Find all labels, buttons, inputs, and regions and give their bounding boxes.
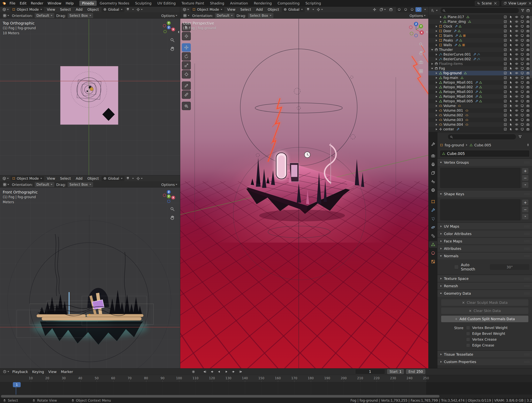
options-button[interactable]: Options [409,13,427,18]
expand-closed-icon[interactable] [435,25,438,28]
navigation-gizmo[interactable]: Z Y X [162,190,176,203]
expand-closed-icon[interactable] [435,39,438,42]
toggle-hide-icon[interactable] [515,104,518,107]
snap-settings-button[interactable] [131,177,135,180]
outliner-row-clock[interactable]: Clock [429,24,532,29]
shading-wireframe-button[interactable] [396,7,402,12]
vertex-group-specials-button[interactable] [522,182,529,188]
expand-closed-icon[interactable] [431,62,434,65]
outliner-row-retopo-mball-002[interactable]: Retopo_Mball.002 [429,85,532,89]
tool-settings-button[interactable] [2,182,10,187]
workspace-tab-rendering[interactable]: Rendering [251,0,274,6]
toggle-selectable-icon[interactable] [509,48,513,51]
toggle-selectable-icon[interactable] [509,81,513,84]
scene-selector[interactable]: Scene [475,1,499,6]
options-button[interactable]: Options [161,13,178,18]
toggle-hide-icon[interactable] [515,25,518,28]
toggle-viewport-disable-icon[interactable] [520,57,524,61]
toggle-render-disable-icon[interactable] [526,118,530,122]
timeline-menu-marker[interactable]: Marker [59,369,75,374]
panel-header-texture-space[interactable]: Texture Space :::: [437,275,532,282]
menu-help[interactable]: Help [63,1,76,6]
toggle-selectable-icon[interactable] [509,71,513,75]
viewport-menu-view[interactable]: View [225,7,238,12]
toggle-viewport-disable-icon[interactable] [520,38,524,42]
toggle-exclude-icon[interactable] [504,62,507,65]
toggle-render-disable-icon[interactable] [526,104,530,107]
checkbox-edge-crease[interactable] [466,343,470,347]
vertex-groups-list[interactable] [440,168,520,188]
toggle-exclude-icon[interactable] [504,48,507,51]
expand-closed-icon[interactable] [435,86,438,89]
remove-vertex-group-button[interactable]: − [522,175,529,181]
timeline-ruler[interactable]: 1020304050607080901001101201301401501601… [0,375,532,382]
toggle-selectable-icon[interactable] [509,57,513,61]
toggle-viewport-disable-icon[interactable] [520,71,524,75]
jump-start-button[interactable] [201,369,208,374]
toggle-hide-icon[interactable] [515,109,518,112]
toggle-exclude-icon[interactable] [504,127,507,131]
breadcrumb-object[interactable]: fog-ground [445,143,464,147]
drag-select[interactable]: Select Box [68,182,93,187]
toggle-viewport-disable-icon[interactable] [520,76,524,80]
toggle-hide-icon[interactable] [515,38,518,42]
expand-closed-icon[interactable] [435,104,438,107]
toggle-selectable-icon[interactable] [509,67,513,70]
breadcrumb-data[interactable]: Cube.005 [474,143,491,147]
toggle-exclude-icon[interactable] [504,15,507,19]
viewport-menu-select[interactable]: Select [238,7,253,12]
expand-closed-icon[interactable] [439,16,442,19]
viewport-main-canvas[interactable]: User Perspective (1) Fog | fog-ground Z … [180,19,429,369]
toggle-render-disable-icon[interactable] [526,62,530,65]
toggle-viewport-disable-icon[interactable] [520,34,524,38]
snap-toggle-button[interactable] [305,7,311,12]
toggle-selectable-icon[interactable] [509,109,513,112]
outliner-row-retopo-mball-005[interactable]: Retopo_Mball.005 [429,99,532,103]
orientation-select[interactable]: Default [35,182,55,187]
toggle-hide-icon[interactable] [515,57,518,61]
expand-closed-icon[interactable] [435,72,438,75]
workspace-tab-uv-editing[interactable]: UV Editing [155,0,178,6]
tool-move-button[interactable] [182,43,191,52]
toggle-viewport-disable-icon[interactable] [520,109,524,112]
viewport-front-canvas[interactable]: Front Orthographic (1) Fog | fog-ground … [0,188,180,369]
toggle-viewport-disable-icon[interactable] [520,67,524,70]
prev-keyframe-button[interactable] [209,369,215,374]
expand-closed-icon[interactable] [435,119,438,121]
properties-tab-particles[interactable] [429,215,437,222]
toggle-selectable-icon[interactable] [509,20,513,23]
panel-header-geometry-data[interactable]: Geometry Data :::: [437,290,532,297]
zoom-icon[interactable] [170,38,175,43]
show-overlays-button[interactable] [379,7,387,12]
toggle-viewport-disable-icon[interactable] [520,15,524,19]
workspace-tab-animation[interactable]: Animation [228,0,251,6]
zoom-icon[interactable] [418,42,424,47]
shading-settings-button[interactable] [423,8,427,11]
editor-type-button[interactable] [431,8,439,13]
toggle-viewport-disable-icon[interactable] [520,25,524,28]
toggle-render-disable-icon[interactable] [526,15,530,19]
auto-keying-button[interactable] [190,369,197,374]
toggle-render-disable-icon[interactable] [526,38,530,42]
toggle-exclude-icon[interactable] [504,104,507,107]
outliner-row-door[interactable]: Door [429,29,532,33]
sidebar-collapse-arrow[interactable] [425,29,428,35]
outliner-row-thunder[interactable]: Thunder [429,47,532,52]
viewport-menu-object[interactable]: Object [85,176,101,181]
navigation-gizmo[interactable]: Y Z X [162,21,176,34]
panel-header-tissue-tessellate[interactable]: Tissue Tessellate :::: [437,351,532,358]
properties-tab-physics[interactable] [429,224,437,231]
outliner-row-floating-items[interactable]: Floating-items [429,61,532,66]
expand-closed-icon[interactable] [435,114,438,117]
orientation-select[interactable]: Default [35,13,55,18]
toggle-exclude-icon[interactable] [504,38,507,42]
mode-dropdown[interactable]: Object Mode [10,176,44,181]
toggle-hide-icon[interactable] [515,71,518,75]
navigation-gizmo[interactable]: Z Y X [408,21,424,38]
properties-tab-world[interactable] [429,187,437,194]
menu-window[interactable]: Window [45,1,63,6]
expand-closed-icon[interactable] [435,44,438,47]
toggle-exclude-icon[interactable] [504,20,507,23]
toggle-render-disable-icon[interactable] [526,81,530,84]
workspace-tab-texture-paint[interactable]: Texture Paint [179,0,207,6]
